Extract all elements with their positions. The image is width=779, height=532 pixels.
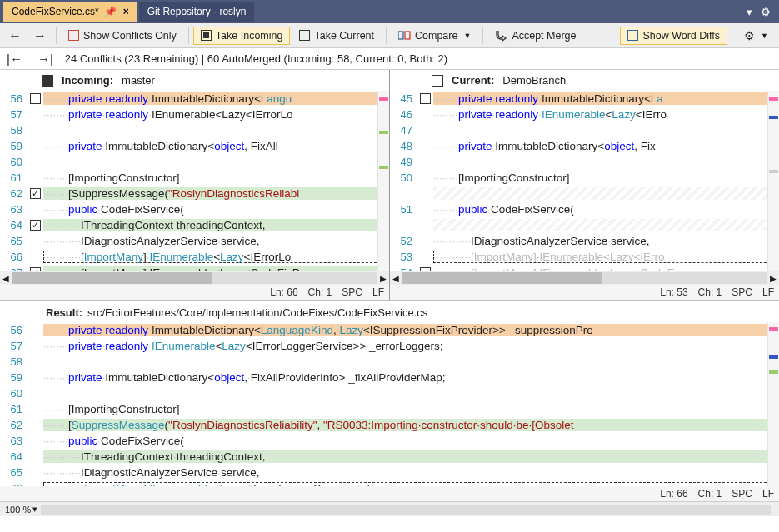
take-current-button[interactable]: Take Current <box>292 27 382 45</box>
incoming-code[interactable]: 56········private·readonly·ImmutableDict… <box>0 91 389 271</box>
chevron-down-icon[interactable]: ▾ <box>32 504 37 515</box>
compare-icon <box>398 30 411 41</box>
incoming-status: Ln: 66Ch: 1SPCLF <box>0 285 389 300</box>
chevron-down-icon[interactable]: ▾ <box>747 6 752 18</box>
prev-conflict-button[interactable]: |← <box>3 52 26 66</box>
h-scrollbar[interactable]: ◀▶ <box>390 271 779 285</box>
next-conflict-button[interactable]: →| <box>34 52 57 66</box>
gear-icon[interactable]: ⚙ <box>761 6 771 18</box>
tab-git-repo[interactable]: Git Repository - roslyn <box>139 2 255 22</box>
zoom-level[interactable]: 100 % <box>5 505 31 515</box>
line-checkbox[interactable] <box>30 188 41 199</box>
chevron-down-icon: ▼ <box>463 32 471 40</box>
accept-merge-icon <box>495 30 507 42</box>
h-scrollbar[interactable]: ◀▶ <box>0 271 389 285</box>
overview-map[interactable] <box>767 91 779 271</box>
incoming-header: Incoming: master <box>0 70 389 91</box>
take-incoming-icon <box>201 30 212 41</box>
merge-toolbar: ← → Show Conflicts Only Take Incoming Ta… <box>0 23 779 48</box>
word-diffs-icon <box>627 30 638 41</box>
overview-map[interactable] <box>377 91 389 271</box>
current-header: Current: DemoBranch <box>390 70 779 91</box>
incoming-pane: Incoming: master 56········private·reado… <box>0 70 390 300</box>
nav-forward-button[interactable]: → <box>28 26 52 46</box>
result-header: Result:src/EditorFeatures/Core/Implement… <box>0 301 779 322</box>
overview-map[interactable] <box>767 322 779 486</box>
close-icon[interactable]: × <box>123 6 129 17</box>
svg-rect-1 <box>405 32 410 39</box>
show-conflicts-button[interactable]: Show Conflicts Only <box>61 27 184 45</box>
result-status: Ln: 66Ch: 1SPCLF <box>0 486 779 501</box>
gear-icon: ⚙ <box>744 29 755 42</box>
tab-active-file[interactable]: CodeFixService.cs* 📌 × <box>3 2 137 22</box>
conflict-infobar: |← →| 24 Conflicts (23 Remaining) | 60 A… <box>0 48 779 70</box>
current-status: Ln: 53Ch: 1SPCLF <box>390 285 779 300</box>
settings-button[interactable]: ⚙ ▼ <box>737 26 776 46</box>
result-pane: Result:src/EditorFeatures/Core/Implement… <box>0 301 779 501</box>
result-code[interactable]: 56········private·readonly·ImmutableDict… <box>0 322 779 486</box>
accept-merge-button[interactable]: Accept Merge <box>487 27 583 45</box>
h-scrollbar[interactable] <box>41 505 771 515</box>
chevron-down-icon: ▼ <box>761 32 768 40</box>
conflict-icon <box>68 30 79 41</box>
nav-back-button[interactable]: ← <box>3 26 27 46</box>
current-code[interactable]: 45········private·readonly·ImmutableDict… <box>390 91 779 271</box>
current-pane: Current: DemoBranch 45········private·re… <box>390 70 779 300</box>
current-color-icon <box>432 75 443 87</box>
line-checkbox[interactable] <box>420 267 431 271</box>
line-checkbox[interactable] <box>30 220 41 231</box>
show-word-diffs-button[interactable]: Show Word Diffs <box>620 27 727 45</box>
compare-button[interactable]: Compare ▼ <box>391 27 478 45</box>
conflict-summary: 24 Conflicts (23 Remaining) | 60 AutoMer… <box>65 52 447 65</box>
line-checkbox[interactable] <box>30 267 41 271</box>
document-tabs: CodeFixService.cs* 📌 × Git Repository - … <box>0 0 779 23</box>
pin-icon[interactable]: 📌 <box>104 6 117 17</box>
take-incoming-button[interactable]: Take Incoming <box>193 27 291 45</box>
zoom-row: 100 % ▾ <box>0 501 779 516</box>
incoming-color-icon <box>42 75 53 87</box>
take-current-icon <box>299 30 310 41</box>
svg-rect-0 <box>398 32 403 39</box>
